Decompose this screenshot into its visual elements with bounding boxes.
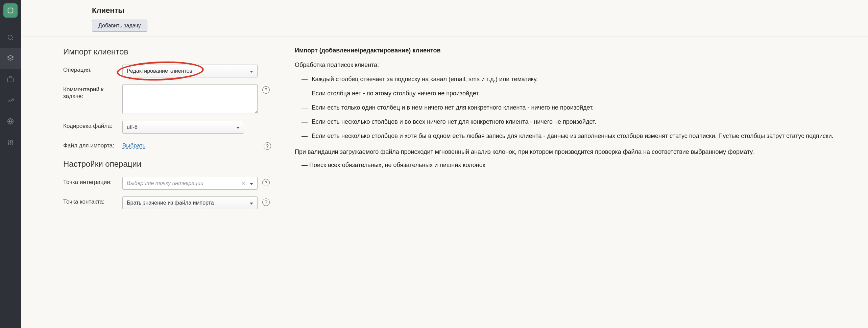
info-subscriptions-heading: Обработка подписок клиента: (295, 62, 848, 69)
svg-point-10 (8, 141, 9, 142)
contact-point-label: Точка контакта: (63, 196, 122, 205)
info-bullet-list: Каждый столбец отвечает за подписку на к… (295, 75, 848, 141)
trending-up-icon (7, 97, 14, 104)
svg-point-12 (12, 140, 13, 142)
sidebar (0, 0, 21, 328)
file-label: Файл для импорта: (63, 140, 122, 149)
sidebar-item-briefcase[interactable] (0, 69, 21, 90)
caret-down-icon (250, 180, 253, 186)
svg-line-2 (12, 39, 14, 41)
encoding-value: utf-8 (127, 124, 138, 130)
contact-point-value: Брать значение из файла импорта (127, 200, 214, 206)
sidebar-item-layers[interactable] (0, 48, 21, 69)
integration-label: Точка интеграции: (63, 177, 122, 186)
sidebar-item-globe[interactable] (0, 111, 21, 132)
help-icon[interactable]: ? (262, 198, 270, 206)
info-bullet: Если есть только один столбец и в нем ни… (312, 103, 848, 113)
operation-label: Операция: (63, 65, 122, 73)
encoding-label: Кодировка файла: (63, 121, 122, 130)
info-bullet: Если столбца нет - по этому столбцу ниче… (312, 89, 848, 98)
operation-select[interactable]: Редактирование клиентов (122, 65, 258, 77)
help-icon[interactable]: ? (262, 179, 270, 186)
operation-value: Редактирование клиентов (127, 68, 192, 74)
globe-icon (7, 118, 14, 125)
help-icon[interactable]: ? (264, 142, 271, 150)
encoding-select[interactable]: utf-8 (122, 121, 244, 134)
section-settings-title: Настройки операции (63, 159, 271, 169)
info-bullet: Если есть несколько столбцов и хотя бы в… (312, 132, 848, 141)
info-validation-dash: — Поиск всех обязательных, не обязательн… (295, 162, 848, 169)
info-panel: Импорт (добавление/редактирование) клиен… (271, 47, 868, 216)
integration-select[interactable]: Выберите точку интеграции ✕ (122, 177, 258, 190)
comment-textarea[interactable] (122, 84, 258, 114)
choose-file-link[interactable]: Выбрать (122, 140, 145, 149)
layers-icon (7, 55, 14, 62)
svg-point-11 (10, 143, 11, 144)
svg-rect-0 (8, 8, 13, 13)
add-task-button[interactable]: Добавить задачу (92, 20, 147, 32)
caret-down-icon (236, 124, 240, 130)
comment-label: Комментарий к задаче: (63, 84, 122, 100)
sidebar-item-settings[interactable] (0, 132, 21, 153)
sliders-icon (7, 139, 14, 146)
caret-down-icon (250, 200, 253, 206)
svg-point-1 (8, 35, 13, 40)
info-title: Импорт (добавление/редактирование) клиен… (295, 47, 848, 54)
sidebar-item-analytics[interactable] (0, 90, 21, 111)
svg-rect-4 (8, 78, 14, 82)
app-logo[interactable] (3, 3, 18, 18)
info-bullet: Каждый столбец отвечает за подписку на к… (312, 75, 848, 84)
section-import-title: Импорт клиентов (63, 47, 271, 56)
sidebar-item-search[interactable] (0, 27, 21, 48)
search-icon (7, 34, 14, 41)
clear-icon[interactable]: ✕ (241, 180, 246, 186)
info-validation-para: При валидации загружаемого файла происхо… (295, 147, 848, 157)
info-bullet: Если есть несколько столбцов и во всех н… (312, 117, 848, 127)
svg-marker-3 (7, 55, 14, 58)
caret-down-icon (250, 68, 253, 74)
main-content: Клиенты Добавить задачу Импорт клиентов … (21, 0, 868, 328)
page-title: Клиенты (92, 6, 868, 15)
contact-point-select[interactable]: Брать значение из файла импорта (122, 196, 258, 209)
integration-placeholder: Выберите точку интеграции (127, 180, 203, 186)
page-header: Клиенты Добавить задачу (21, 0, 868, 37)
help-icon[interactable]: ? (262, 86, 270, 94)
briefcase-icon (7, 76, 14, 83)
